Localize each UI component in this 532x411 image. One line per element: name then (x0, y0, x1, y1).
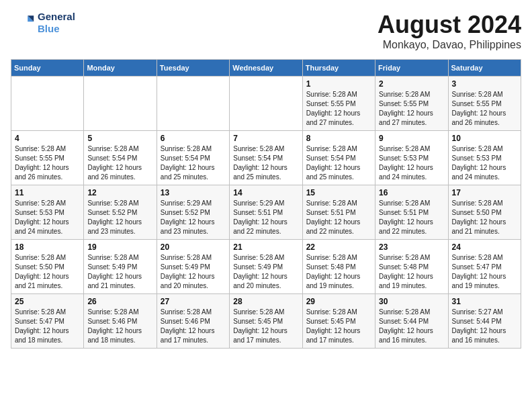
calendar-cell: 10Sunrise: 5:28 AM Sunset: 5:53 PM Dayli… (448, 131, 521, 185)
calendar-cell: 23Sunrise: 5:28 AM Sunset: 5:48 PM Dayli… (375, 240, 448, 294)
weekday-header-wednesday: Wednesday (230, 60, 302, 77)
calendar-cell (84, 77, 157, 131)
calendar-week-2: 4Sunrise: 5:28 AM Sunset: 5:55 PM Daylig… (11, 131, 521, 185)
day-number: 3 (452, 79, 517, 89)
day-number: 16 (379, 188, 444, 197)
weekday-header-row: SundayMondayTuesdayWednesdayThursdayFrid… (11, 60, 521, 77)
calendar-cell: 3Sunrise: 5:28 AM Sunset: 5:55 PM Daylig… (448, 77, 521, 131)
day-info: Sunrise: 5:29 AM Sunset: 5:51 PM Dayligh… (233, 199, 298, 236)
calendar-cell: 9Sunrise: 5:28 AM Sunset: 5:53 PM Daylig… (375, 131, 448, 185)
day-info: Sunrise: 5:28 AM Sunset: 5:54 PM Dayligh… (87, 144, 152, 182)
day-info: Sunrise: 5:28 AM Sunset: 5:45 PM Dayligh… (306, 308, 371, 345)
page-subtitle: Monkayo, Davao, Philippines (378, 39, 521, 51)
day-info: Sunrise: 5:28 AM Sunset: 5:49 PM Dayligh… (161, 253, 226, 291)
day-number: 23 (379, 242, 444, 252)
calendar-cell: 28Sunrise: 5:28 AM Sunset: 5:45 PM Dayli… (230, 294, 302, 349)
calendar-cell: 19Sunrise: 5:28 AM Sunset: 5:49 PM Dayli… (84, 240, 157, 294)
title-area: August 2024 Monkayo, Davao, Philippines (378, 11, 521, 51)
day-number: 4 (15, 134, 80, 143)
logo-blue: Blue (38, 23, 60, 34)
day-info: Sunrise: 5:28 AM Sunset: 5:49 PM Dayligh… (87, 253, 152, 291)
day-number: 30 (379, 297, 444, 306)
day-info: Sunrise: 5:28 AM Sunset: 5:46 PM Dayligh… (161, 308, 226, 345)
day-info: Sunrise: 5:28 AM Sunset: 5:52 PM Dayligh… (87, 199, 152, 236)
day-number: 27 (161, 297, 226, 306)
calendar-cell (11, 77, 84, 131)
calendar-cell: 2Sunrise: 5:28 AM Sunset: 5:55 PM Daylig… (375, 77, 448, 131)
day-info: Sunrise: 5:28 AM Sunset: 5:50 PM Dayligh… (15, 253, 80, 291)
day-info: Sunrise: 5:28 AM Sunset: 5:44 PM Dayligh… (379, 308, 444, 345)
day-number: 26 (87, 297, 152, 306)
calendar-cell: 17Sunrise: 5:28 AM Sunset: 5:50 PM Dayli… (448, 185, 521, 240)
calendar-cell: 31Sunrise: 5:27 AM Sunset: 5:44 PM Dayli… (448, 294, 521, 349)
day-number: 12 (87, 188, 152, 197)
page-header: General Blue August 2024 Monkayo, Davao,… (11, 11, 521, 51)
calendar-cell: 13Sunrise: 5:29 AM Sunset: 5:52 PM Dayli… (157, 185, 229, 240)
day-number: 15 (306, 188, 371, 197)
day-info: Sunrise: 5:28 AM Sunset: 5:54 PM Dayligh… (306, 144, 371, 182)
calendar-cell: 12Sunrise: 5:28 AM Sunset: 5:52 PM Dayli… (84, 185, 157, 240)
calendar-cell: 1Sunrise: 5:28 AM Sunset: 5:55 PM Daylig… (302, 77, 375, 131)
day-number: 20 (161, 242, 226, 252)
day-info: Sunrise: 5:28 AM Sunset: 5:50 PM Dayligh… (452, 199, 517, 236)
page-title: August 2024 (378, 11, 521, 39)
day-info: Sunrise: 5:28 AM Sunset: 5:48 PM Dayligh… (379, 253, 444, 291)
logo-text: General Blue (38, 11, 75, 35)
calendar-header: SundayMondayTuesdayWednesdayThursdayFrid… (11, 60, 521, 77)
calendar-cell: 4Sunrise: 5:28 AM Sunset: 5:55 PM Daylig… (11, 131, 84, 185)
calendar-cell: 11Sunrise: 5:28 AM Sunset: 5:53 PM Dayli… (11, 185, 84, 240)
day-info: Sunrise: 5:28 AM Sunset: 5:55 PM Dayligh… (379, 90, 444, 128)
calendar-cell: 16Sunrise: 5:28 AM Sunset: 5:51 PM Dayli… (375, 185, 448, 240)
day-info: Sunrise: 5:28 AM Sunset: 5:53 PM Dayligh… (379, 144, 444, 182)
calendar-cell: 18Sunrise: 5:28 AM Sunset: 5:50 PM Dayli… (11, 240, 84, 294)
day-info: Sunrise: 5:28 AM Sunset: 5:48 PM Dayligh… (306, 253, 371, 291)
weekday-header-tuesday: Tuesday (157, 60, 229, 77)
calendar-cell: 22Sunrise: 5:28 AM Sunset: 5:48 PM Dayli… (302, 240, 375, 294)
calendar-cell: 5Sunrise: 5:28 AM Sunset: 5:54 PM Daylig… (84, 131, 157, 185)
day-number: 11 (15, 188, 80, 197)
day-number: 21 (233, 242, 298, 252)
day-info: Sunrise: 5:28 AM Sunset: 5:54 PM Dayligh… (161, 144, 226, 182)
calendar-week-4: 18Sunrise: 5:28 AM Sunset: 5:50 PM Dayli… (11, 240, 521, 294)
calendar-cell (230, 77, 302, 131)
calendar-cell: 25Sunrise: 5:28 AM Sunset: 5:47 PM Dayli… (11, 294, 84, 349)
day-info: Sunrise: 5:28 AM Sunset: 5:47 PM Dayligh… (15, 308, 80, 345)
day-number: 7 (233, 134, 298, 143)
calendar-cell (157, 77, 229, 131)
logo-general: General (38, 11, 75, 22)
day-number: 6 (161, 134, 226, 143)
day-number: 10 (452, 134, 517, 143)
calendar-cell: 27Sunrise: 5:28 AM Sunset: 5:46 PM Dayli… (157, 294, 229, 349)
weekday-header-friday: Friday (375, 60, 448, 77)
day-info: Sunrise: 5:28 AM Sunset: 5:53 PM Dayligh… (15, 199, 80, 236)
calendar-cell: 8Sunrise: 5:28 AM Sunset: 5:54 PM Daylig… (302, 131, 375, 185)
calendar-cell: 24Sunrise: 5:28 AM Sunset: 5:47 PM Dayli… (448, 240, 521, 294)
day-info: Sunrise: 5:28 AM Sunset: 5:51 PM Dayligh… (306, 199, 371, 236)
day-number: 14 (233, 188, 298, 197)
calendar-body: 1Sunrise: 5:28 AM Sunset: 5:55 PM Daylig… (11, 77, 521, 349)
day-number: 18 (15, 242, 80, 252)
day-number: 8 (306, 134, 371, 143)
day-number: 1 (306, 79, 371, 89)
calendar-cell: 29Sunrise: 5:28 AM Sunset: 5:45 PM Dayli… (302, 294, 375, 349)
calendar-cell: 26Sunrise: 5:28 AM Sunset: 5:46 PM Dayli… (84, 294, 157, 349)
calendar-cell: 30Sunrise: 5:28 AM Sunset: 5:44 PM Dayli… (375, 294, 448, 349)
weekday-header-thursday: Thursday (302, 60, 375, 77)
calendar-cell: 7Sunrise: 5:28 AM Sunset: 5:54 PM Daylig… (230, 131, 302, 185)
calendar-cell: 14Sunrise: 5:29 AM Sunset: 5:51 PM Dayli… (230, 185, 302, 240)
weekday-header-sunday: Sunday (11, 60, 84, 77)
day-info: Sunrise: 5:28 AM Sunset: 5:55 PM Dayligh… (306, 90, 371, 128)
day-info: Sunrise: 5:28 AM Sunset: 5:55 PM Dayligh… (452, 90, 517, 128)
logo: General Blue (11, 11, 75, 35)
day-number: 24 (452, 242, 517, 252)
day-info: Sunrise: 5:28 AM Sunset: 5:45 PM Dayligh… (233, 308, 298, 345)
day-info: Sunrise: 5:28 AM Sunset: 5:53 PM Dayligh… (452, 144, 517, 182)
day-number: 29 (306, 297, 371, 306)
calendar-week-3: 11Sunrise: 5:28 AM Sunset: 5:53 PM Dayli… (11, 185, 521, 240)
calendar-cell: 15Sunrise: 5:28 AM Sunset: 5:51 PM Dayli… (302, 185, 375, 240)
day-number: 13 (161, 188, 226, 197)
day-info: Sunrise: 5:28 AM Sunset: 5:49 PM Dayligh… (233, 253, 298, 291)
day-info: Sunrise: 5:29 AM Sunset: 5:52 PM Dayligh… (161, 199, 226, 236)
calendar-week-1: 1Sunrise: 5:28 AM Sunset: 5:55 PM Daylig… (11, 77, 521, 131)
day-number: 19 (87, 242, 152, 252)
